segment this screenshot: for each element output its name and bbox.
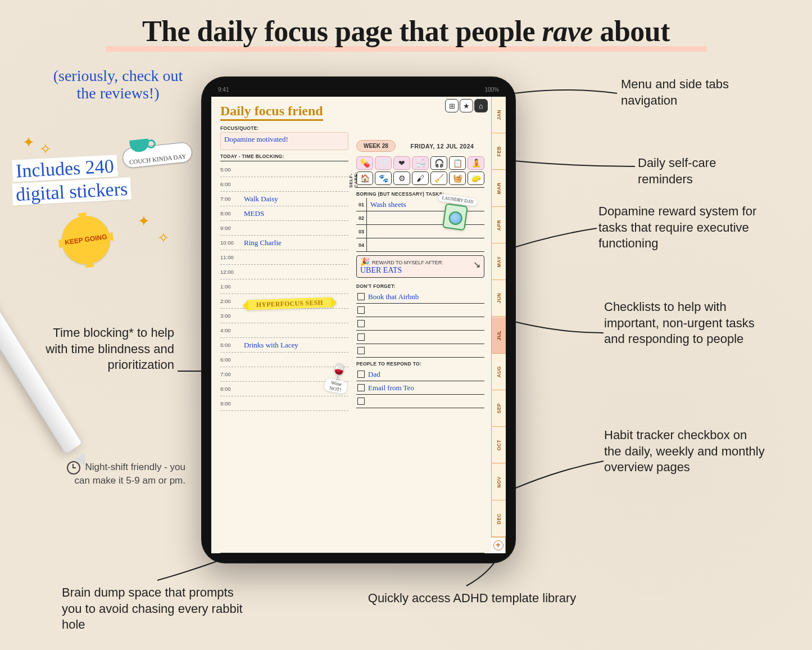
sparkle-icon: ✦ (138, 213, 150, 230)
selfcare-icon[interactable]: 🐾 (375, 171, 392, 185)
selfcare-icon[interactable]: ⚙ (393, 171, 410, 185)
headline-pre: The daily focus page that people (142, 15, 542, 47)
selfcare-icon[interactable]: 🦷 (375, 156, 392, 170)
dontforget-row[interactable] (356, 304, 484, 317)
people-row[interactable]: Dad (356, 368, 484, 381)
timeblock-row[interactable]: 11:00 (220, 250, 348, 265)
selfcare-icon[interactable]: 🎧 (430, 156, 447, 170)
timeblock-hour: 6:00 (220, 181, 239, 187)
checkbox-icon[interactable] (357, 320, 365, 327)
left-column: FOCUS/QUOTE: Dopamine motivated! TODAY -… (220, 123, 348, 549)
focus-input[interactable]: Dopamine motivated! (220, 132, 348, 150)
timeblock-row[interactable]: 9:00 (220, 221, 348, 236)
selfcare-icon[interactable]: 🖌 (412, 171, 429, 185)
stickers-promo-line2: digital stickers (12, 178, 131, 206)
timeblock-row[interactable]: 4:00 (220, 323, 348, 338)
sticker-keep-going: KEEP GOING (58, 213, 113, 267)
sticker-wine-not[interactable]: 🍷 Wine NOT! (324, 363, 351, 394)
reward-box[interactable]: 🎉REWARD TO MYSELF AFTER: ↘ UBER EATS (356, 255, 484, 278)
month-tab-nov[interactable]: NOV (491, 464, 506, 500)
timeblock-row[interactable]: 8:00MEDS (220, 206, 348, 221)
checkbox-icon[interactable] (357, 371, 365, 378)
dontforget-row[interactable] (356, 317, 484, 331)
timeblock-hour: 1:00 (220, 283, 239, 290)
selfcare-icon[interactable]: 🛁 (412, 156, 429, 170)
timeblock-row[interactable]: 1:00 (220, 279, 348, 294)
checkbox-icon[interactable] (357, 398, 365, 405)
people-value: Dad (368, 370, 380, 379)
month-tab-jan[interactable]: JAN (491, 97, 506, 133)
month-tab-oct[interactable]: OCT (491, 427, 506, 463)
checkbox-icon[interactable] (357, 384, 365, 391)
checkbox-icon[interactable] (357, 333, 365, 341)
right-column: WEEK 28 FRIDAY, 12 JUL 2024 SELF-CARE: 💊… (356, 123, 484, 549)
washing-machine-icon (443, 203, 469, 231)
people-row[interactable]: Email from Teo (356, 381, 484, 395)
week-pill[interactable]: WEEK 28 (356, 140, 396, 152)
people-value: Email from Teo (368, 383, 414, 392)
selfcare-icon[interactable]: 🧘 (468, 156, 484, 170)
selfcare-icon[interactable]: 🧽 (468, 171, 484, 185)
planner-page: ⊞ ★ ⌂ Daily focus friend FOCUS/QUOTE: Do… (211, 97, 491, 553)
timeblock-hour: 11:00 (220, 254, 239, 260)
nav-home-icon[interactable]: ⌂ (474, 99, 488, 112)
planner-title: Daily focus friend (220, 103, 323, 121)
boring-task-row[interactable]: 04 (356, 238, 484, 252)
nav-grid-icon[interactable]: ⊞ (445, 99, 459, 112)
month-tab-may[interactable]: MAY (491, 243, 506, 280)
sparkle-icon: ✧ (157, 229, 170, 247)
selfcare-icon[interactable]: ❤ (393, 156, 410, 170)
add-tab-button[interactable]: + (491, 537, 506, 553)
plus-icon: + (493, 540, 503, 550)
checkbox-icon[interactable] (357, 347, 365, 354)
headline-post: about (593, 15, 670, 47)
annotation-adhd-library: Quickly access ADHD template library (348, 590, 596, 607)
timeblock-row[interactable]: 6:00 (220, 177, 348, 192)
timeblock-value: Walk Daisy (244, 195, 348, 204)
dontforget-row[interactable]: Book that Airbnb (356, 290, 484, 304)
timeblock-row[interactable]: 9:00 (220, 396, 348, 411)
sticker-couch-day: COUCH KINDA DAY (121, 142, 193, 169)
selfcare-icon[interactable]: 📋 (449, 156, 466, 170)
month-tab-jun[interactable]: JUN (491, 280, 506, 317)
selfcare-icon[interactable]: 🧹 (430, 171, 447, 185)
month-tab-mar[interactable]: MAR (491, 170, 506, 207)
brain-dump-box[interactable]: * LEAVE IT FOR LATER * BRAIN DUMP Book D… (220, 553, 484, 553)
dont-forget-list: Book that Airbnb (356, 290, 484, 358)
month-tab-jul[interactable]: JUL (491, 317, 506, 354)
checkbox-icon[interactable] (357, 293, 365, 300)
subheadline: (seriously, check out the reviews!) (45, 67, 191, 102)
boring-task-number: 01 (356, 198, 367, 211)
sticker-hyperfocus-label: HYPERFOCUS SESH (256, 299, 323, 308)
timeblock-row[interactable]: 5:00 (220, 162, 348, 177)
selfcare-icon[interactable]: 🧺 (449, 171, 466, 185)
selfcare-icon[interactable]: 🏠 (356, 171, 373, 185)
timeblock-value: Ring Charlie (244, 238, 348, 247)
checkbox-icon[interactable] (357, 306, 365, 314)
nav-star-icon[interactable]: ★ (460, 99, 473, 112)
dontforget-row[interactable] (356, 344, 484, 358)
month-tab-dec[interactable]: DEC (491, 500, 506, 537)
month-tab-sep[interactable]: SEP (491, 390, 506, 427)
reward-value: UBER EATS (360, 266, 480, 275)
month-tab-apr[interactable]: APR (491, 207, 506, 243)
timeblock-row[interactable]: 3:00 (220, 309, 348, 323)
timeblock-row[interactable]: 7:00Walk Daisy (220, 192, 348, 206)
sticker-laundry-day[interactable]: LAUNDRY DAY (434, 193, 478, 232)
timeblock-list: 5:006:007:00Walk Daisy8:00MEDS9:0010:00R… (220, 162, 348, 549)
selfcare-icon[interactable]: 💊 (356, 156, 373, 170)
dontforget-row[interactable] (356, 331, 484, 344)
timeblock-row[interactable]: 5:00Drinks with Lacey (220, 338, 348, 353)
annotation-night-shift-text: Night-shift friendly - you can make it 5… (75, 462, 185, 486)
nav-icons: ⊞ ★ ⌂ (445, 99, 488, 112)
timeblock-row[interactable]: 10:00Ring Charlie (220, 236, 348, 250)
focus-label: FOCUS/QUOTE: (220, 125, 348, 131)
people-row[interactable] (356, 395, 484, 408)
sparkle-icon: ✧ (39, 141, 52, 158)
boring-label: BORING (BUT NECESSARY) TASKS: (356, 191, 484, 197)
month-tab-feb[interactable]: FEB (491, 133, 506, 170)
timeblock-row[interactable]: 12:00 (220, 265, 348, 279)
statusbar-battery: 100% (484, 87, 499, 96)
dontforget-value: Book that Airbnb (368, 292, 419, 301)
month-tab-aug[interactable]: AUG (491, 354, 506, 390)
